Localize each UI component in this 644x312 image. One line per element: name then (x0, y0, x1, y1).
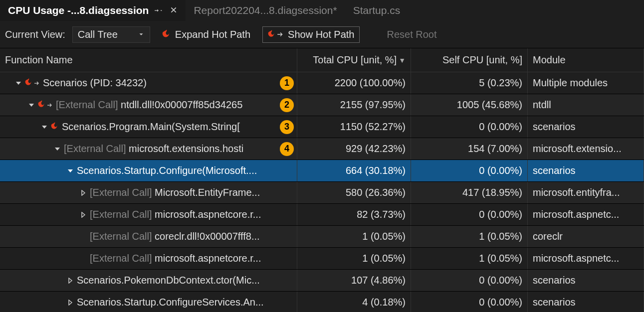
function-name: Scenarios.PokemonDbContext.ctor(Mic... (77, 275, 260, 286)
module-cell: coreclr (528, 226, 644, 247)
expand-hot-path-button[interactable]: Expand Hot Path (157, 26, 255, 43)
view-label: Current View: (5, 29, 65, 40)
function-cell: [External Call] microsoft.extensions.hos… (0, 138, 297, 159)
function-cell: [External Call] ntdll.dll!0x00007ff85d34… (0, 94, 297, 116)
table-row[interactable]: [External Call] coreclr.dll!0x00007fff8.… (0, 226, 644, 248)
column-function-name[interactable]: Function Name (0, 48, 297, 72)
tab-report[interactable]: Report202204...8.diagsession* (186, 0, 345, 21)
total-cpu-cell: 664 (30.18%) (297, 160, 411, 181)
table-row[interactable]: [External Call] microsoft.extensions.hos… (0, 138, 644, 160)
total-cpu-cell: 1 (0.05%) (297, 226, 411, 247)
reset-root-button[interactable]: Reset Root (382, 27, 441, 42)
table-row[interactable]: [External Call] Microsoft.EntityFrame...… (0, 182, 644, 204)
dropdown-value: Call Tree (78, 29, 118, 40)
expander-icon[interactable] (28, 102, 35, 109)
expander-icon[interactable] (67, 167, 74, 174)
function-name: Scenarios.Startup.Configure(Microsoft...… (77, 165, 257, 176)
module-cell: scenarios (528, 270, 644, 291)
function-name: Scenarios.Program.Main(System.String[ (62, 121, 240, 133)
column-module[interactable]: Module (528, 48, 644, 72)
expander-icon[interactable] (67, 299, 74, 306)
self-cpu-cell: 0 (0.00%) (411, 116, 528, 138)
function-cell: [External Call] coreclr.dll!0x00007fff8.… (0, 226, 297, 247)
table-row[interactable]: [External Call] microsoft.aspnetcore.r..… (0, 248, 644, 270)
function-cell: Scenarios.Startup.Configure(Microsoft...… (0, 160, 297, 181)
self-cpu-cell: 154 (7.00%) (411, 138, 528, 159)
self-cpu-cell: 1 (0.05%) (411, 248, 528, 269)
close-icon[interactable] (170, 4, 178, 16)
external-call-prefix: [External Call] (90, 209, 155, 220)
total-cpu-cell: 580 (26.36%) (297, 182, 411, 203)
total-cpu-cell: 2155 (97.95%) (297, 94, 411, 116)
function-cell: [External Call] Microsoft.EntityFrame... (0, 182, 297, 203)
self-cpu-cell: 1 (0.05%) (411, 226, 528, 247)
tab-startup[interactable]: Startup.cs (345, 0, 409, 21)
expander-icon (80, 233, 87, 240)
function-cell: Scenarios (PID: 34232)1 (0, 72, 297, 94)
show-hot-path-button[interactable]: Show Hot Path (262, 26, 360, 43)
module-cell: Multiple modules (528, 72, 644, 94)
external-call-prefix: [External Call] (56, 99, 121, 110)
total-cpu-cell: 4 (0.18%) (297, 292, 411, 312)
total-cpu-cell: 1 (0.05%) (297, 248, 411, 269)
flame-arrow-icon (25, 77, 40, 89)
toolbar: Current View: Call Tree Expand Hot Path … (0, 21, 644, 48)
function-name: [External Call] ntdll.dll!0x00007ff85d34… (56, 99, 242, 111)
callout-badge: 3 (280, 120, 294, 134)
table-row[interactable]: [External Call] ntdll.dll!0x00007ff85d34… (0, 94, 644, 116)
expander-icon[interactable] (80, 211, 87, 218)
expander-icon[interactable] (67, 277, 74, 284)
module-cell: scenarios (528, 292, 644, 312)
function-name: [External Call] Microsoft.EntityFrame... (90, 187, 260, 198)
total-cpu-cell: 1150 (52.27%) (297, 116, 411, 138)
external-call-prefix: [External Call] (90, 187, 155, 198)
flame-icon (51, 121, 59, 133)
table-row[interactable]: Scenarios (PID: 34232)12200 (100.00%)5 (… (0, 72, 644, 94)
expander-icon[interactable] (15, 80, 22, 87)
button-label: Reset Root (387, 29, 436, 40)
flame-arrow-icon (38, 99, 53, 111)
grid-header: Function Name Total CPU [unit, %] ▼ Self… (0, 48, 644, 72)
column-self-cpu[interactable]: Self CPU [unit, %] (411, 48, 528, 72)
module-cell: microsoft.extensio... (528, 138, 644, 159)
table-row[interactable]: Scenarios.Startup.ConfigureServices.An..… (0, 292, 644, 312)
external-call-prefix: [External Call] (90, 231, 155, 242)
flame-arrow-icon (268, 29, 284, 40)
table-row[interactable]: [External Call] microsoft.aspnetcore.r..… (0, 204, 644, 226)
total-cpu-cell: 929 (42.23%) (297, 138, 411, 159)
function-cell: [External Call] microsoft.aspnetcore.r..… (0, 248, 297, 269)
button-label: Expand Hot Path (175, 29, 250, 40)
table-row[interactable]: Scenarios.Program.Main(System.String[311… (0, 116, 644, 138)
expander-icon[interactable] (41, 124, 48, 131)
module-cell: microsoft.entityfra... (528, 182, 644, 203)
self-cpu-cell: 0 (0.00%) (411, 204, 528, 225)
table-row[interactable]: Scenarios.PokemonDbContext.ctor(Mic...10… (0, 270, 644, 292)
external-call-prefix: [External Call] (90, 253, 155, 264)
tab-label: Report202204...8.diagsession* (194, 4, 337, 16)
function-cell: Scenarios.Program.Main(System.String[3 (0, 116, 297, 138)
module-cell: scenarios (528, 116, 644, 138)
grid-body: Scenarios (PID: 34232)12200 (100.00%)5 (… (0, 72, 644, 312)
view-dropdown[interactable]: Call Tree (72, 26, 150, 43)
button-label: Show Hot Path (288, 29, 354, 40)
self-cpu-cell: 1005 (45.68%) (411, 94, 528, 116)
self-cpu-cell: 5 (0.23%) (411, 72, 528, 94)
expander-icon[interactable] (54, 146, 61, 153)
tab-cpu-usage[interactable]: CPU Usage -...8.diagsession (0, 0, 186, 21)
external-call-prefix: [External Call] (64, 143, 129, 154)
table-row[interactable]: Scenarios.Startup.Configure(Microsoft...… (0, 160, 644, 182)
function-name: Scenarios (PID: 34232) (43, 77, 147, 89)
self-cpu-cell: 0 (0.00%) (411, 160, 528, 181)
sort-desc-icon: ▼ (399, 56, 406, 64)
module-cell: microsoft.aspnetc... (528, 248, 644, 269)
total-cpu-cell: 2200 (100.00%) (297, 72, 411, 94)
total-cpu-cell: 107 (4.86%) (297, 270, 411, 291)
pin-icon[interactable] (155, 4, 164, 16)
column-total-cpu[interactable]: Total CPU [unit, %] ▼ (297, 48, 411, 72)
expander-icon[interactable] (80, 189, 87, 196)
chevron-down-icon (138, 29, 145, 40)
total-cpu-cell: 82 (3.73%) (297, 204, 411, 225)
expander-icon (80, 255, 87, 262)
function-name: [External Call] coreclr.dll!0x00007fff8.… (90, 231, 260, 242)
module-cell: ntdll (528, 94, 644, 116)
